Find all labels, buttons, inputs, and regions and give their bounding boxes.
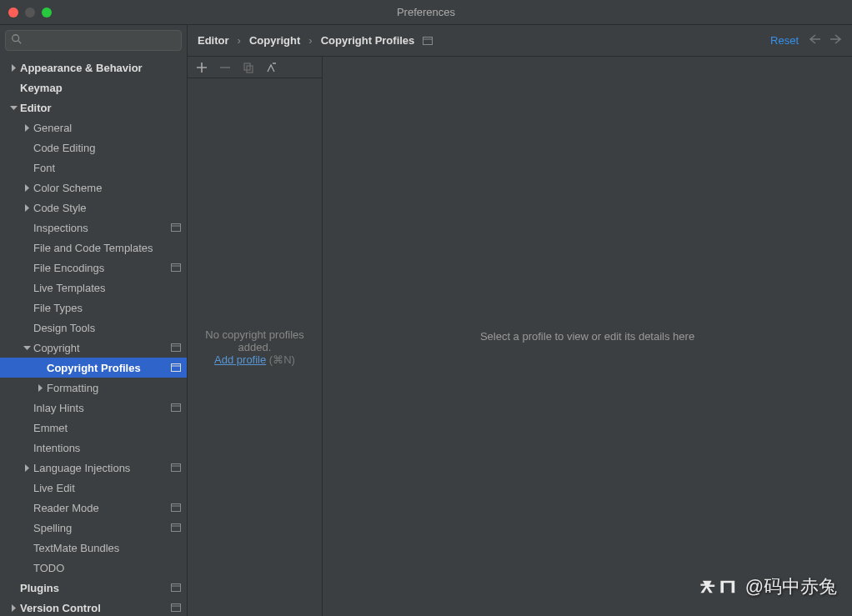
project-scope-icon — [170, 263, 182, 273]
sidebar-item-editor[interactable]: Editor — [0, 98, 187, 118]
chevron-right-icon — [8, 603, 18, 613]
import-button[interactable] — [264, 60, 279, 75]
chevron-right-icon: › — [238, 34, 241, 47]
search-field[interactable] — [5, 30, 182, 51]
svg-rect-16 — [172, 524, 181, 532]
sidebar-item-label: Live Edit — [33, 482, 187, 494]
sidebar-item-label: General — [33, 122, 187, 134]
project-scope-icon — [170, 363, 182, 373]
sidebar-item-intentions[interactable]: Intentions — [0, 438, 187, 458]
sidebar-item-label: Spelling — [33, 522, 170, 534]
breadcrumb-item[interactable]: Editor — [198, 34, 229, 47]
chevron-right-icon — [22, 463, 32, 473]
sidebar-item-label: Inspections — [33, 222, 170, 234]
svg-rect-12 — [172, 464, 181, 472]
sidebar-item-inspections[interactable]: Inspections — [0, 218, 187, 238]
breadcrumb: Editor › Copyright › Copyright Profiles — [198, 34, 770, 47]
project-scope-icon — [170, 603, 182, 613]
sidebar-item-general[interactable]: General — [0, 118, 187, 138]
sidebar-item-label: Plugins — [20, 582, 170, 594]
window-maximize-button[interactable] — [42, 8, 52, 18]
svg-rect-2 — [172, 224, 181, 232]
sidebar-item-label: Code Style — [33, 202, 187, 214]
sidebar-item-label: File Types — [33, 302, 187, 314]
chevron-right-icon: › — [308, 34, 312, 47]
chevron-right-icon — [22, 123, 32, 133]
project-scope-icon — [170, 523, 182, 533]
sidebar-item-todo[interactable]: TODO — [0, 558, 187, 578]
sidebar-item-live-edit[interactable]: Live Edit — [0, 478, 187, 498]
details-panel: Select a profile to view or edit its det… — [323, 57, 852, 616]
sidebar-item-label: File and Code Templates — [33, 242, 187, 254]
sidebar-item-font[interactable]: Font — [0, 158, 187, 178]
sidebar-item-plugins[interactable]: Plugins — [0, 578, 187, 598]
window-close-button[interactable] — [8, 8, 18, 18]
sidebar-item-design-tools[interactable]: Design Tools — [0, 318, 187, 338]
breadcrumb-item[interactable]: Copyright Profiles — [321, 34, 415, 47]
settings-tree: Appearance & BehaviorKeymapEditorGeneral… — [0, 56, 187, 616]
sidebar-item-file-types[interactable]: File Types — [0, 298, 187, 318]
sidebar-item-reader-mode[interactable]: Reader Mode — [0, 498, 187, 518]
copy-button[interactable] — [241, 60, 256, 75]
svg-point-0 — [13, 35, 19, 42]
sidebar-item-label: Font — [33, 162, 187, 174]
sidebar-item-code-editing[interactable]: Code Editing — [0, 138, 187, 158]
sidebar-item-label: Emmet — [33, 422, 187, 434]
reset-button[interactable]: Reset — [770, 34, 799, 47]
breadcrumb-item[interactable]: Copyright — [249, 34, 300, 47]
sidebar-item-label: File Encodings — [33, 262, 170, 274]
chevron-right-icon — [22, 203, 32, 213]
sidebar-item-label: Editor — [20, 102, 187, 114]
sidebar-item-code-style[interactable]: Code Style — [0, 198, 187, 218]
sidebar-item-label: TODO — [33, 562, 187, 574]
search-input[interactable] — [26, 34, 176, 47]
svg-rect-10 — [172, 404, 181, 412]
chevron-down-icon — [8, 103, 18, 113]
remove-button[interactable] — [218, 60, 233, 75]
sidebar-item-language-injections[interactable]: Language Injections — [0, 458, 187, 478]
sidebar-item-formatting[interactable]: Formatting — [0, 378, 187, 398]
svg-line-1 — [18, 41, 22, 44]
svg-rect-18 — [172, 584, 181, 592]
project-scope-icon — [170, 403, 182, 413]
sidebar-item-spelling[interactable]: Spelling — [0, 518, 187, 538]
sidebar-item-textmate-bundles[interactable]: TextMate Bundles — [0, 538, 187, 558]
nav-back-button[interactable] — [809, 33, 822, 48]
profile-list-empty: No copyright profiles added. Add profile… — [188, 78, 322, 616]
sidebar: Appearance & BehaviorKeymapEditorGeneral… — [0, 25, 188, 616]
sidebar-item-copyright-profiles[interactable]: Copyright Profiles — [0, 358, 187, 378]
project-scope-icon — [170, 343, 182, 353]
add-profile-link[interactable]: Add profile — [214, 353, 266, 366]
sidebar-item-inlay-hints[interactable]: Inlay Hints — [0, 398, 187, 418]
profile-list-panel: No copyright profiles added. Add profile… — [188, 57, 323, 616]
sidebar-item-file-encodings[interactable]: File Encodings — [0, 258, 187, 278]
sidebar-item-label: Formatting — [47, 382, 187, 394]
sidebar-item-keymap[interactable]: Keymap — [0, 78, 187, 98]
titlebar: Preferences — [0, 0, 852, 25]
sidebar-item-label: Design Tools — [33, 322, 187, 334]
sidebar-item-label: Intentions — [33, 442, 187, 454]
sidebar-item-label: Live Templates — [33, 282, 187, 294]
window-minimize-button[interactable] — [25, 8, 35, 18]
sidebar-item-color-scheme[interactable]: Color Scheme — [0, 178, 187, 198]
project-scope-icon — [170, 463, 182, 473]
sidebar-item-copyright[interactable]: Copyright — [0, 338, 187, 358]
chevron-down-icon — [22, 343, 32, 353]
sidebar-item-version-control[interactable]: Version Control — [0, 598, 187, 616]
project-scope-icon — [423, 37, 434, 45]
sidebar-item-file-and-code-templates[interactable]: File and Code Templates — [0, 238, 187, 258]
sidebar-item-emmet[interactable]: Emmet — [0, 418, 187, 438]
sidebar-item-label: Language Injections — [33, 462, 170, 474]
chevron-right-icon — [22, 183, 32, 193]
nav-forward-button[interactable] — [829, 33, 842, 48]
add-button[interactable] — [194, 60, 209, 75]
svg-rect-4 — [172, 264, 181, 272]
search-icon — [11, 33, 23, 48]
sidebar-item-live-templates[interactable]: Live Templates — [0, 278, 187, 298]
svg-rect-8 — [172, 364, 181, 372]
sidebar-item-appearance-behavior[interactable]: Appearance & Behavior — [0, 58, 187, 78]
window-title: Preferences — [397, 6, 455, 18]
sidebar-item-label: TextMate Bundles — [33, 542, 187, 554]
profile-toolbar — [188, 57, 322, 78]
sidebar-item-label: Keymap — [20, 82, 187, 94]
